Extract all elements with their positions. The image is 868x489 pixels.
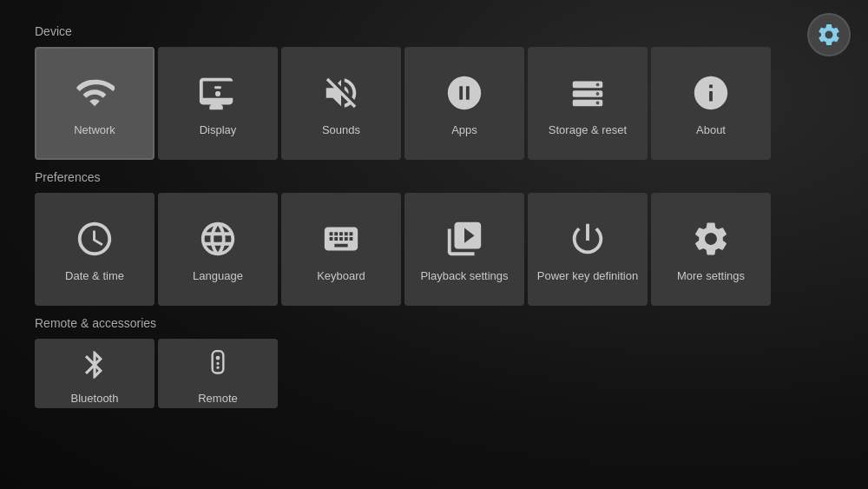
tile-more-settings[interactable]: More settings xyxy=(651,193,771,306)
main-content: Device Network Display So xyxy=(0,0,868,436)
remote-accessories-section: Remote & accessories Bluetooth xyxy=(35,316,833,408)
preferences-tiles-row: Date & time Language Keyboard xyxy=(35,193,833,306)
about-icon xyxy=(689,71,733,115)
tile-about[interactable]: About xyxy=(651,47,771,160)
svg-point-9 xyxy=(216,355,220,360)
tile-language-label: Language xyxy=(193,269,243,282)
keyboard-icon xyxy=(319,217,363,261)
tile-power-key[interactable]: Power key definition xyxy=(528,193,648,306)
device-tiles-row: Network Display Sounds xyxy=(35,47,833,160)
settings-gear-button[interactable] xyxy=(807,13,851,56)
tile-playback-label: Playback settings xyxy=(420,269,508,282)
gear-small-icon xyxy=(689,217,733,261)
tile-remote[interactable]: Remote xyxy=(158,339,278,408)
display-icon xyxy=(196,71,240,115)
tile-sounds[interactable]: Sounds xyxy=(281,47,401,160)
tile-remote-label: Remote xyxy=(198,392,238,405)
clock-icon xyxy=(73,217,116,261)
tile-apps[interactable]: Apps xyxy=(404,47,524,160)
tile-display-label: Display xyxy=(200,123,237,136)
globe-icon xyxy=(196,217,240,261)
playback-icon xyxy=(443,217,486,261)
svg-point-6 xyxy=(596,92,600,96)
tile-playback-settings[interactable]: Playback settings xyxy=(404,193,524,306)
remote-tiles-row: Bluetooth Remote xyxy=(35,339,833,408)
remote-icon xyxy=(196,343,240,387)
tile-display[interactable]: Display xyxy=(158,47,278,160)
tile-network[interactable]: Network xyxy=(35,47,155,160)
tile-more-settings-label: More settings xyxy=(677,269,745,282)
tile-keyboard-label: Keyboard xyxy=(317,269,365,282)
device-section: Device Network Display So xyxy=(35,24,833,160)
svg-point-5 xyxy=(596,83,600,86)
tile-date-time[interactable]: Date & time xyxy=(35,193,155,306)
tile-storage-label: Storage & reset xyxy=(549,123,627,136)
svg-point-0 xyxy=(215,91,220,96)
remote-section-title: Remote & accessories xyxy=(35,316,833,330)
tile-apps-label: Apps xyxy=(451,123,477,136)
tile-about-label: About xyxy=(696,123,726,136)
bluetooth-icon xyxy=(73,343,116,387)
storage-icon xyxy=(566,71,609,115)
tile-network-label: Network xyxy=(74,123,115,136)
sounds-icon xyxy=(319,71,363,115)
tile-storage-reset[interactable]: Storage & reset xyxy=(528,47,648,160)
tile-language[interactable]: Language xyxy=(158,193,278,306)
device-section-title: Device xyxy=(35,24,833,38)
tile-power-key-label: Power key definition xyxy=(537,269,638,282)
preferences-section-title: Preferences xyxy=(35,170,833,184)
tile-date-time-label: Date & time xyxy=(65,269,124,282)
tile-bluetooth-label: Bluetooth xyxy=(71,392,119,405)
svg-point-7 xyxy=(596,101,600,104)
svg-rect-8 xyxy=(213,351,224,373)
wifi-icon xyxy=(73,71,116,115)
tile-sounds-label: Sounds xyxy=(322,123,360,136)
power-icon xyxy=(566,217,609,261)
svg-point-11 xyxy=(216,366,219,368)
tile-bluetooth[interactable]: Bluetooth xyxy=(35,339,155,408)
apps-icon xyxy=(443,71,486,115)
svg-point-10 xyxy=(216,361,219,364)
tile-keyboard[interactable]: Keyboard xyxy=(281,193,401,306)
preferences-section: Preferences Date & time Language xyxy=(35,170,833,306)
svg-rect-1 xyxy=(214,86,221,89)
